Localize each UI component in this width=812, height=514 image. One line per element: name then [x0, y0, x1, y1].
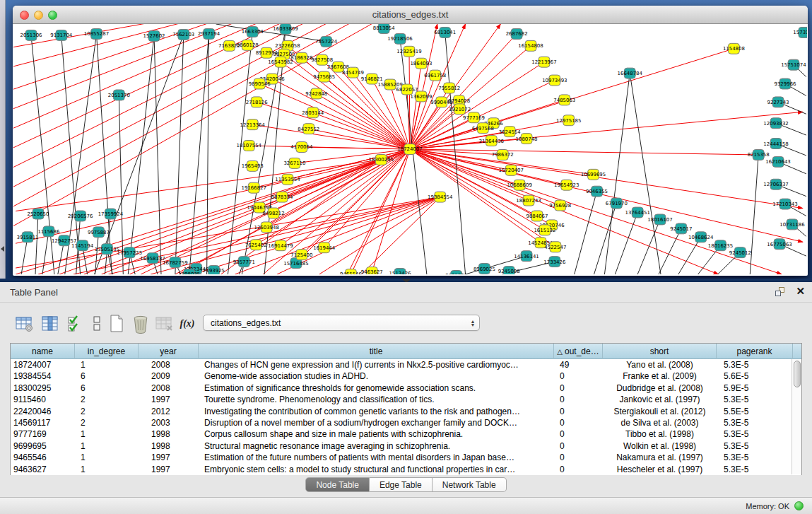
network-node[interactable]: 1154808 [723, 43, 745, 54]
network-node[interactable]: 8969025 [473, 264, 495, 274]
cell-pagerank[interactable]: 5.9E-5 [717, 382, 793, 394]
cell-name[interactable]: 18300295 [11, 382, 75, 394]
cell-in_degree[interactable]: 2 [75, 417, 139, 428]
network-node[interactable]: 18016235 [708, 240, 733, 251]
network-edge[interactable] [16, 160, 381, 211]
cell-short[interactable]: Tibbo et al. (1998) [603, 428, 717, 440]
table-selector-dropdown[interactable]: citations_edges.txt ▲▼ [203, 315, 480, 331]
network-edge[interactable] [216, 24, 326, 42]
cell-year[interactable]: 1997 [139, 394, 199, 405]
cell-pagerank[interactable]: 5.3E-5 [717, 394, 793, 405]
close-panel-icon[interactable]: ✕ [796, 285, 805, 298]
cell-short[interactable]: de Silva et al. (2003) [603, 417, 717, 428]
network-node[interactable]: 9227343 [767, 97, 789, 107]
cell-pagerank[interactable]: 5.3E-5 [717, 440, 793, 452]
network-edge[interactable] [259, 84, 410, 149]
network-node[interactable]: 3267110 [283, 158, 305, 168]
network-node[interactable]: 1115686 [37, 226, 59, 237]
network-node[interactable]: 2687682 [506, 28, 528, 39]
network-edge[interactable] [410, 149, 758, 155]
cell-name[interactable]: 9463627 [11, 464, 75, 475]
network-node[interactable]: 19166827 [242, 182, 266, 193]
cell-short[interactable]: Nakamura et al. (1997) [603, 452, 717, 463]
network-node[interactable]: 3624554 [499, 127, 522, 137]
column-header-in_degree[interactable]: in_degree [75, 344, 139, 359]
network-node[interactable]: 2051370 [108, 90, 130, 100]
network-node[interactable]: 19654923 [554, 180, 579, 190]
cell-out_de[interactable]: 0 [554, 382, 603, 394]
network-node[interactable]: 16033809 [273, 24, 298, 34]
tab-network-table[interactable]: Network Table [433, 477, 507, 492]
cell-out_de[interactable]: 0 [554, 428, 603, 440]
cell-name[interactable]: 14569117 [11, 417, 75, 428]
network-edge[interactable] [410, 149, 782, 274]
network-edge[interactable] [630, 74, 661, 274]
network-edge[interactable] [13, 24, 384, 228]
network-edge[interactable] [35, 214, 38, 274]
table-row[interactable]: 1872400712008Changes of HCN gene express… [11, 359, 801, 370]
column-header-out_de[interactable]: △out_de… [554, 344, 603, 359]
cell-out_de[interactable]: 0 [554, 452, 603, 463]
network-node[interactable]: 2937194 [198, 28, 220, 39]
network-edge[interactable] [38, 149, 410, 274]
network-node[interactable]: 9131704 [50, 30, 73, 40]
network-edge[interactable] [119, 95, 123, 274]
network-node[interactable]: 6813041 [434, 27, 456, 37]
network-node[interactable]: 2051306 [20, 30, 42, 40]
network-node[interactable]: 18016107 [647, 214, 672, 225]
cell-pagerank[interactable]: 5.3E-5 [717, 452, 793, 463]
network-edge[interactable] [189, 34, 209, 274]
network-node[interactable]: 12325419 [396, 46, 421, 57]
network-node[interactable]: 9131705 [445, 271, 467, 274]
cell-year[interactable]: 1998 [139, 440, 199, 452]
cell-year[interactable]: 1998 [139, 428, 199, 440]
table-row[interactable]: 946554611997Estimation of the future num… [11, 452, 801, 463]
network-node[interactable]: 1864093 [410, 58, 432, 69]
float-panel-icon[interactable] [775, 287, 786, 298]
cell-out_de[interactable]: 0 [554, 370, 603, 382]
network-node[interactable]: 9245008 [498, 267, 520, 274]
network-node[interactable]: 1965493 [242, 160, 264, 171]
network-node[interactable]: 12603948 [254, 222, 278, 233]
network-edge[interactable] [13, 24, 317, 170]
cell-in_degree[interactable]: 1 [75, 428, 139, 440]
network-node[interactable]: 16154808 [518, 40, 543, 51]
network-node[interactable]: 4170064 [290, 142, 313, 153]
cell-in_degree[interactable]: 1 [75, 452, 139, 463]
network-node[interactable]: 10468624 [688, 232, 714, 243]
network-node[interactable]: 8813054 [373, 24, 396, 33]
cell-name[interactable]: 18724007 [11, 359, 75, 370]
network-edge[interactable] [445, 33, 466, 274]
cell-short[interactable]: Yano et al. (2008) [603, 359, 717, 370]
cell-title[interactable]: Changes of HCN gene expression and I(f) … [199, 359, 554, 370]
row-height-icon[interactable] [86, 313, 107, 334]
cell-name[interactable]: 9699695 [11, 440, 75, 452]
cell-year[interactable]: 2008 [139, 359, 199, 370]
network-edge[interactable] [575, 192, 597, 274]
cell-out_de[interactable]: 0 [554, 394, 603, 405]
cell-in_degree[interactable]: 1 [75, 464, 139, 475]
network-edge[interactable] [154, 36, 161, 274]
cell-pagerank[interactable]: 5.3E-5 [717, 417, 793, 428]
cell-name[interactable]: 9115460 [11, 394, 75, 405]
cell-short[interactable]: Franke et al. (2009) [603, 370, 717, 382]
cell-name[interactable]: 22420046 [11, 406, 75, 417]
network-edge[interactable] [128, 36, 154, 274]
network-node[interactable]: 9475685 [313, 71, 335, 82]
cell-pagerank[interactable]: 5.6E-5 [717, 370, 793, 382]
network-node[interactable]: 9245017 [670, 223, 692, 234]
cell-pagerank[interactable]: 5.5E-5 [717, 406, 793, 417]
network-node[interactable]: 12213967 [531, 57, 556, 67]
cell-title[interactable]: Disruption of a novel member of a sodium… [199, 417, 554, 428]
network-node[interactable]: 8215358 [748, 149, 770, 160]
table-row[interactable]: 969969511998Structural magnetic resonanc… [11, 440, 801, 452]
network-node[interactable]: 10973493 [542, 75, 567, 86]
network-edge[interactable] [263, 149, 410, 274]
cell-in_degree[interactable]: 2 [75, 406, 139, 417]
memory-status-icon[interactable] [794, 501, 804, 510]
table-row[interactable]: 977716911998Corpus callosum shape and si… [11, 428, 801, 440]
cell-out_de[interactable]: 49 [554, 359, 603, 370]
cell-year[interactable]: 2009 [139, 370, 199, 382]
cell-year[interactable]: 2008 [139, 382, 199, 394]
network-edge[interactable] [42, 231, 49, 274]
